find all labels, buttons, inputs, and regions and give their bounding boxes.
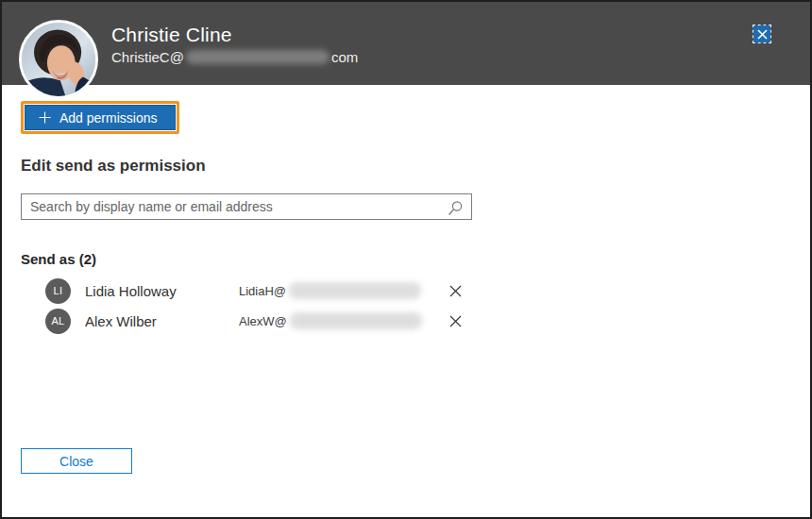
member-email: AlexW@ [239,312,422,329]
search-input[interactable] [22,194,471,219]
member-name: Lidia Holloway [85,283,239,299]
search-icon [448,200,464,216]
redacted-email-domain [289,282,421,299]
edit-send-as-permission-panel: Christie Cline ChristieC@ com Add permis… [0,0,812,519]
add-permissions-label: Add permissions [59,110,158,126]
search-box [21,193,472,220]
user-email: ChristieC@ com [111,49,810,65]
avatar-illustration [22,23,95,96]
annotation-highlight-box: Add permissions [21,101,179,134]
profile-header: Christie Cline ChristieC@ com [2,2,810,85]
member-row-alex-wilber: AL Alex Wilber AlexW@ [21,306,465,336]
remove-x-icon [449,315,462,327]
user-display-name: Christie Cline [111,23,810,46]
member-initials-avatar: LI [45,278,71,304]
remove-member-button[interactable] [446,311,465,330]
redacted-email-domain [186,50,330,64]
panel-content: Add permissions Edit send as permission … [2,85,810,336]
plus-icon [39,111,51,124]
member-email-prefix: AlexW@ [239,314,287,328]
member-initials-avatar: AL [45,309,71,334]
send-as-count-label: Send as (2) [21,251,810,267]
remove-member-button[interactable] [446,281,465,300]
member-email: LidiaH@ [239,282,421,299]
search-button[interactable] [445,197,465,218]
user-email-prefix: ChristieC@ [111,49,184,65]
user-email-suffix: com [331,49,358,65]
send-as-member-list: LI Lidia Holloway LidiaH@ AL Alex Wilber… [21,276,465,336]
member-name: Alex Wilber [85,313,239,329]
close-button[interactable]: Close [21,448,132,474]
close-icon [757,29,768,40]
member-row-lidia-holloway: LI Lidia Holloway LidiaH@ [21,276,465,306]
member-email-prefix: LidiaH@ [239,284,286,298]
redacted-email-domain [290,312,422,329]
panel-close-button[interactable] [753,25,770,42]
page-title: Edit send as permission [21,157,810,176]
add-permissions-button[interactable]: Add permissions [25,105,176,130]
remove-x-icon [449,285,462,297]
user-avatar-photo [19,20,98,99]
